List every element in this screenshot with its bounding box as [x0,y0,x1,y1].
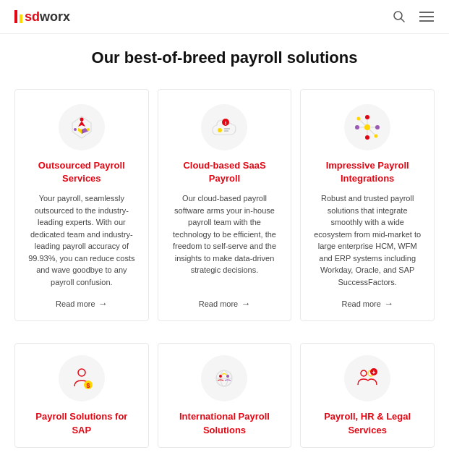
svg-point-25 [375,125,380,129]
card-title-outsourced: Outsourced Payroll Services [25,159,138,185]
bottom-card-title-hr-legal: Payroll, HR & Legal Services [311,410,424,436]
read-more-arrow-3: → [384,298,393,309]
card-cloud-saas: ! Cloud-based SaaS Payroll Our cloud-bas… [158,89,292,321]
bottom-card-title-sap: Payroll Solutions for SAP [25,410,138,436]
read-more-arrow-2: → [241,298,250,309]
logo-bar-red [14,10,17,23]
read-more-outsourced[interactable]: Read more → [56,298,107,309]
card-integrations: Impressive Payroll Integrations Robust a… [300,89,435,321]
card-desc-cloud: Our cloud-based payroll software arms yo… [168,192,281,288]
svg-point-36 [219,375,222,378]
top-cards-grid: Outsourced Payroll Services Your payroll… [14,89,435,321]
card-outsourced: Outsourced Payroll Services Your payroll… [14,89,149,321]
card-desc-integrations: Robust and trusted payroll solutions tha… [311,192,424,288]
card-title-integrations: Impressive Payroll Integrations [311,159,424,185]
main-content: Our best-of-breed payroll solutions [0,34,449,455]
logo[interactable]: sdworx [14,9,70,25]
svg-point-28 [357,117,361,121]
svg-line-1 [401,19,405,22]
bottom-icon-hr-legal: + [344,355,390,401]
svg-marker-6 [78,121,85,127]
svg-point-11 [74,128,77,131]
page-title: Our best-of-breed payroll solutions [14,48,435,67]
svg-point-10 [87,128,90,131]
hamburger-menu-icon[interactable] [419,9,435,25]
svg-point-24 [355,125,359,129]
bottom-card-title-international: International Payroll Solutions [168,410,281,436]
read-more-integrations[interactable]: Read more → [341,298,393,309]
svg-point-38 [361,370,367,376]
card-icon-integrations [344,104,390,150]
logo-bar-yellow [20,14,22,23]
svg-point-30 [78,369,85,376]
bottom-card-sap[interactable]: $ Payroll Solutions for SAP [14,343,149,447]
card-desc-outsourced: Your payroll, seamlessly outsourced to t… [25,192,138,288]
svg-point-23 [365,135,369,140]
svg-point-22 [365,115,369,119]
bottom-icon-international [201,355,247,401]
svg-line-26 [360,120,365,125]
read-more-cloud[interactable]: Read more → [199,298,250,309]
svg-marker-7 [78,128,82,134]
card-icon-outsourced [59,104,105,150]
search-icon[interactable] [391,9,407,25]
svg-point-17 [364,124,370,130]
card-icon-cloud: ! [201,104,247,150]
svg-text:!: ! [225,120,227,127]
bottom-cards-grid: $ Payroll Solutions for SAP [14,343,435,447]
bottom-card-international[interactable]: International Payroll Solutions [158,343,292,447]
header-icons [391,9,435,25]
svg-point-37 [226,375,229,378]
svg-point-29 [375,135,378,138]
svg-text:$: $ [86,382,90,389]
bottom-card-hr-legal[interactable]: + Payroll, HR & Legal Services [300,343,435,447]
svg-point-14 [218,128,222,132]
card-title-cloud: Cloud-based SaaS Payroll [168,159,281,185]
svg-point-9 [80,118,83,122]
site-header: sdworx [0,0,449,34]
read-more-arrow: → [98,298,108,309]
logo-text: sdworx [25,9,70,25]
bottom-icon-sap: $ [59,355,105,401]
svg-line-27 [369,129,375,135]
svg-text:+: + [372,369,376,376]
